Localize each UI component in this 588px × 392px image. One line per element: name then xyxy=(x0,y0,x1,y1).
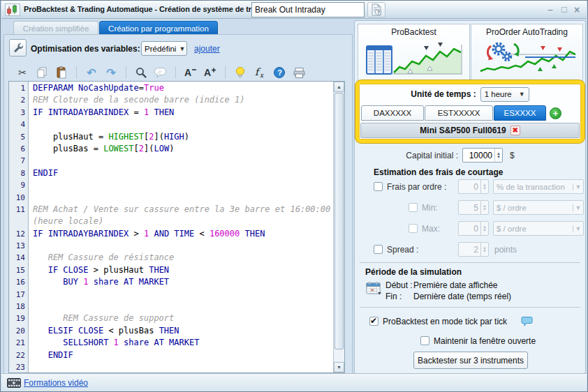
code-line[interactable]: DEFPARAM NoCashUpdate=True xyxy=(33,82,333,94)
code-line[interactable]: REM Cassure de résistance xyxy=(33,252,333,264)
fee-checkbox-min[interactable] xyxy=(409,203,418,212)
line-number: 4 xyxy=(9,119,28,130)
maximize-button[interactable]: □ xyxy=(559,4,570,15)
code-line[interactable]: BUY 1 share AT MARKET xyxy=(33,276,333,288)
probacktest-mode-label: ProBacktest xyxy=(358,27,469,37)
fee-checkbox-max[interactable] xyxy=(409,224,418,233)
toolbar-separator xyxy=(126,66,126,79)
code-lines[interactable]: DEFPARAM NoCashUpdate=TrueREM Cloture de… xyxy=(29,82,333,372)
close-button[interactable]: × xyxy=(571,4,582,15)
proorder-mode-button[interactable]: ProOrder AutoTrading xyxy=(471,24,583,81)
hint-bulb-icon[interactable] xyxy=(233,66,247,80)
chevron-down-icon: ▼ xyxy=(573,183,583,190)
help-icon[interactable]: ? xyxy=(272,66,286,80)
simulation-heading: Période de la simulation xyxy=(365,267,462,277)
tick-mode-label: ProBacktest en mode tick par tick xyxy=(383,317,507,326)
scroll-up-arrow-icon[interactable]: ▲ xyxy=(334,82,344,92)
tick-mode-checkbox[interactable] xyxy=(369,317,378,326)
search-icon[interactable] xyxy=(134,66,148,80)
code-line[interactable]: SELLSHORT 1 share AT MARKET xyxy=(33,337,333,349)
code-line[interactable] xyxy=(33,361,333,372)
svg-text:A: A xyxy=(204,67,211,78)
sim-end-value: Dernière date (temps réel) xyxy=(413,292,511,301)
fee-label-min: Min: xyxy=(422,203,438,213)
code-line[interactable]: (heure locale) xyxy=(33,216,333,227)
probacktest-mode-button[interactable]: ProBacktest xyxy=(358,24,470,81)
comment-icon[interactable]: // xyxy=(154,66,168,80)
sim-start-value: Première date affichée xyxy=(413,280,498,290)
code-line[interactable] xyxy=(33,289,333,301)
fee-value-frais-par-ordre[interactable]: 0 ▲▼ xyxy=(458,179,489,194)
instrument-tab-dax[interactable]: DAXXXXX xyxy=(361,105,424,121)
capital-value[interactable]: 10000 xyxy=(463,149,494,162)
print-icon[interactable] xyxy=(292,66,306,80)
minimize-button[interactable]: – xyxy=(545,4,556,15)
code-line[interactable]: IF CLOSE > plusHaut THEN xyxy=(33,264,333,276)
video-training-link[interactable]: Formations vidéo xyxy=(24,378,88,388)
code-line[interactable] xyxy=(33,240,333,252)
code-line[interactable] xyxy=(33,192,333,204)
selected-instrument-name: Mini S&P500 Full0619 xyxy=(420,126,506,135)
timeframe-dropdown[interactable]: 1 heure ▼ xyxy=(480,87,529,102)
code-editor[interactable]: 1234567891011121314151617181920212223 DE… xyxy=(8,81,345,373)
code-line[interactable] xyxy=(33,179,333,191)
undo-icon[interactable]: ↶ xyxy=(84,66,98,80)
settings-wrench-icon[interactable] xyxy=(9,39,27,56)
code-line[interactable]: REM Cloture de la seconde barre (indice … xyxy=(33,94,333,106)
add-variable-link[interactable]: ajouter xyxy=(194,44,220,54)
line-number: 14 xyxy=(9,252,28,264)
tooltip-bubble-icon[interactable] xyxy=(521,316,533,329)
code-line[interactable]: IF INTRADAYBARINDEX = 1 THEN xyxy=(33,107,333,119)
copy-icon[interactable] xyxy=(35,66,49,80)
code-line[interactable]: ENDIF xyxy=(33,349,333,361)
code-line[interactable]: REM Achat / Vente sur cassure entre la 3… xyxy=(33,204,333,216)
code-line[interactable] xyxy=(33,301,333,312)
fee-value-min[interactable]: 5 ▲▼ xyxy=(458,200,489,215)
vertical-scrollbar[interactable]: ▲ ▼ xyxy=(333,82,344,372)
fee-unit-select-frais-par-ordre[interactable]: % de la transaction ▼ xyxy=(493,179,584,194)
decrease-font-icon[interactable]: A xyxy=(184,66,198,80)
code-line[interactable]: ENDIF xyxy=(33,167,333,179)
insert-function-icon[interactable]: fx xyxy=(253,66,267,80)
probacktest-chart-icon xyxy=(365,39,464,77)
fee-checkbox-spread[interactable] xyxy=(374,245,383,254)
preset-dropdown[interactable]: Prédéfini ▼ xyxy=(141,41,187,56)
instrument-tab-es[interactable]: ESXXXX xyxy=(494,105,546,121)
scrollbar-thumb[interactable] xyxy=(335,93,344,349)
capital-input[interactable]: 10000 ▲▼ xyxy=(462,148,503,163)
cut-icon[interactable]: ✂ xyxy=(15,66,29,80)
code-line[interactable]: plusHaut = HIGHEST[2](HIGH) xyxy=(33,131,333,143)
code-line[interactable]: plusBas = LOWEST[2](LOW) xyxy=(33,143,333,155)
backtest-run-button[interactable]: Backtester sur 3 instruments xyxy=(413,352,528,369)
calendar-icon[interactable] xyxy=(366,280,383,298)
system-name-input[interactable] xyxy=(251,2,365,17)
redo-icon[interactable]: ↷ xyxy=(104,66,118,80)
code-line[interactable]: IF INTRADAYBARINDEX > 1 AND TIME < 16000… xyxy=(33,228,333,240)
spinner-arrows-icon[interactable]: ▲▼ xyxy=(480,222,488,235)
keep-window-open-checkbox[interactable] xyxy=(420,336,429,345)
fee-checkbox-frais-par-ordre[interactable] xyxy=(374,182,383,191)
code-line[interactable] xyxy=(33,119,333,130)
fee-unit-select-min[interactable]: $ / ordre ▼ xyxy=(493,200,584,215)
line-number: 16 xyxy=(9,276,28,288)
tab-creation-par-programmation[interactable]: Création par programmation xyxy=(99,21,218,35)
spinner-arrows-icon[interactable]: ▲▼ xyxy=(480,201,488,214)
code-line[interactable]: REM Cassure de support xyxy=(33,312,333,324)
spinner-arrows-icon[interactable]: ▲▼ xyxy=(494,149,502,162)
code-line[interactable]: ELSIF CLOSE < plusBas THEN xyxy=(33,325,333,337)
paste-icon[interactable] xyxy=(54,66,68,80)
fee-unit-select-max[interactable]: $ / ordre ▼ xyxy=(493,221,584,236)
scroll-down-arrow-icon[interactable]: ▼ xyxy=(334,362,344,372)
video-film-icon[interactable] xyxy=(7,377,21,391)
spinner-arrows-icon[interactable]: ▲▼ xyxy=(480,243,488,256)
help-document-icon[interactable]: ? xyxy=(367,2,385,17)
tab-creation-simplifiee[interactable]: Création simplifiée xyxy=(13,21,98,35)
fee-value-spread[interactable]: 2 ▲▼ xyxy=(458,242,489,257)
spinner-arrows-icon[interactable]: ▲▼ xyxy=(480,180,488,193)
code-line[interactable] xyxy=(33,155,333,167)
increase-font-icon[interactable]: A xyxy=(203,66,217,80)
fee-value-max[interactable]: 0 ▲▼ xyxy=(458,221,489,236)
instrument-tab-estx[interactable]: ESTXXXXX xyxy=(425,105,493,121)
add-instrument-icon[interactable]: + xyxy=(550,107,561,119)
remove-instrument-icon[interactable]: ✖ xyxy=(510,126,520,135)
